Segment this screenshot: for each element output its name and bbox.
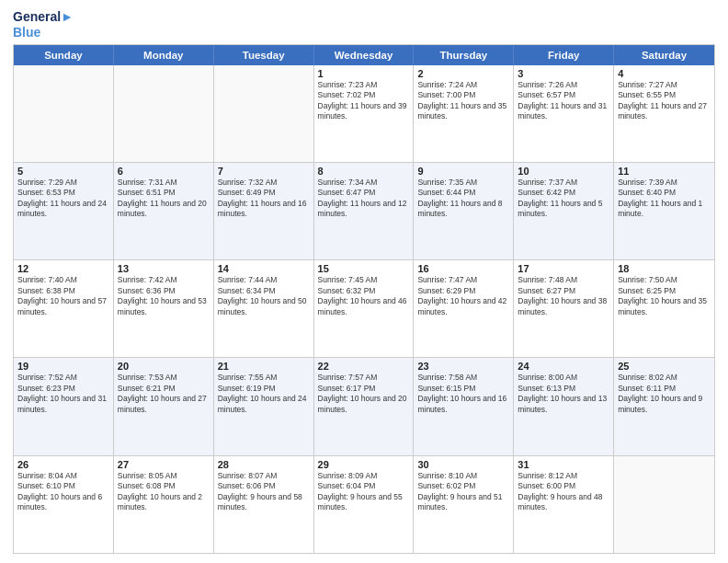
day-number: 6 (118, 166, 210, 177)
day-info: Sunrise: 7:35 AM Sunset: 6:44 PM Dayligh… (417, 178, 509, 220)
day-info: Sunrise: 7:42 AM Sunset: 6:36 PM Dayligh… (118, 275, 210, 317)
logo-text: General► Blue (13, 9, 74, 40)
day-info: Sunrise: 7:44 AM Sunset: 6:34 PM Dayligh… (218, 275, 310, 317)
calendar-body: 1Sunrise: 7:23 AM Sunset: 7:02 PM Daylig… (14, 65, 714, 553)
day-info: Sunrise: 8:09 AM Sunset: 6:04 PM Dayligh… (318, 471, 410, 513)
day-info: Sunrise: 7:47 AM Sunset: 6:29 PM Dayligh… (417, 275, 509, 317)
day-cell-21: 21Sunrise: 7:55 AM Sunset: 6:19 PM Dayli… (214, 358, 314, 454)
day-number: 13 (118, 263, 210, 274)
day-number: 18 (618, 263, 711, 274)
day-info: Sunrise: 7:32 AM Sunset: 6:49 PM Dayligh… (218, 178, 310, 220)
day-info: Sunrise: 7:31 AM Sunset: 6:51 PM Dayligh… (118, 178, 210, 220)
day-cell-empty-w4d6 (614, 456, 714, 553)
day-cell-18: 18Sunrise: 7:50 AM Sunset: 6:25 PM Dayli… (614, 260, 714, 357)
day-number: 5 (17, 166, 109, 177)
day-info: Sunrise: 7:53 AM Sunset: 6:21 PM Dayligh… (118, 373, 210, 415)
day-number: 30 (417, 459, 509, 470)
day-number: 9 (417, 166, 509, 177)
day-number: 17 (518, 263, 609, 274)
day-header-thursday: Thursday (414, 45, 514, 65)
day-info: Sunrise: 7:39 AM Sunset: 6:40 PM Dayligh… (618, 178, 711, 220)
day-cell-12: 12Sunrise: 7:40 AM Sunset: 6:38 PM Dayli… (14, 260, 114, 357)
day-cell-empty-w0d1 (114, 65, 214, 162)
day-cell-19: 19Sunrise: 7:52 AM Sunset: 6:23 PM Dayli… (14, 358, 114, 454)
day-cell-1: 1Sunrise: 7:23 AM Sunset: 7:02 PM Daylig… (314, 65, 415, 162)
week-row-4: 19Sunrise: 7:52 AM Sunset: 6:23 PM Dayli… (14, 358, 714, 455)
day-info: Sunrise: 7:50 AM Sunset: 6:25 PM Dayligh… (618, 275, 711, 317)
day-cell-5: 5Sunrise: 7:29 AM Sunset: 6:53 PM Daylig… (14, 163, 114, 259)
day-info: Sunrise: 8:02 AM Sunset: 6:11 PM Dayligh… (618, 373, 711, 415)
day-number: 26 (17, 459, 109, 470)
day-cell-14: 14Sunrise: 7:44 AM Sunset: 6:34 PM Dayli… (214, 260, 314, 357)
day-number: 3 (518, 68, 609, 79)
day-cell-empty-w0d2 (214, 65, 314, 162)
page-header: General► Blue (13, 9, 715, 40)
day-header-wednesday: Wednesday (314, 45, 415, 65)
day-cell-26: 26Sunrise: 8:04 AM Sunset: 6:10 PM Dayli… (14, 456, 114, 553)
day-info: Sunrise: 7:55 AM Sunset: 6:19 PM Dayligh… (218, 373, 310, 415)
week-row-1: 1Sunrise: 7:23 AM Sunset: 7:02 PM Daylig… (14, 65, 714, 163)
day-number: 10 (518, 166, 609, 177)
day-cell-6: 6Sunrise: 7:31 AM Sunset: 6:51 PM Daylig… (114, 163, 214, 259)
day-info: Sunrise: 7:57 AM Sunset: 6:17 PM Dayligh… (318, 373, 410, 415)
day-number: 24 (518, 361, 609, 372)
day-info: Sunrise: 7:37 AM Sunset: 6:42 PM Dayligh… (518, 178, 609, 220)
day-cell-4: 4Sunrise: 7:27 AM Sunset: 6:55 PM Daylig… (614, 65, 714, 162)
day-number: 27 (118, 459, 210, 470)
day-info: Sunrise: 7:27 AM Sunset: 6:55 PM Dayligh… (618, 80, 711, 122)
day-cell-29: 29Sunrise: 8:09 AM Sunset: 6:04 PM Dayli… (314, 456, 415, 553)
day-cell-20: 20Sunrise: 7:53 AM Sunset: 6:21 PM Dayli… (114, 358, 214, 454)
day-cell-empty-w0d0 (14, 65, 114, 162)
day-cell-10: 10Sunrise: 7:37 AM Sunset: 6:42 PM Dayli… (514, 163, 614, 259)
day-number: 16 (417, 263, 509, 274)
day-info: Sunrise: 8:00 AM Sunset: 6:13 PM Dayligh… (518, 373, 609, 415)
day-cell-22: 22Sunrise: 7:57 AM Sunset: 6:17 PM Dayli… (314, 358, 415, 454)
day-cell-13: 13Sunrise: 7:42 AM Sunset: 6:36 PM Dayli… (114, 260, 214, 357)
day-info: Sunrise: 7:23 AM Sunset: 7:02 PM Dayligh… (318, 80, 410, 122)
week-row-5: 26Sunrise: 8:04 AM Sunset: 6:10 PM Dayli… (14, 456, 714, 553)
day-info: Sunrise: 7:48 AM Sunset: 6:27 PM Dayligh… (518, 275, 609, 317)
day-info: Sunrise: 7:45 AM Sunset: 6:32 PM Dayligh… (318, 275, 410, 317)
day-number: 31 (518, 459, 609, 470)
day-cell-9: 9Sunrise: 7:35 AM Sunset: 6:44 PM Daylig… (414, 163, 514, 259)
day-info: Sunrise: 7:52 AM Sunset: 6:23 PM Dayligh… (17, 373, 109, 415)
day-number: 22 (318, 361, 410, 372)
day-cell-8: 8Sunrise: 7:34 AM Sunset: 6:47 PM Daylig… (314, 163, 415, 259)
day-cell-7: 7Sunrise: 7:32 AM Sunset: 6:49 PM Daylig… (214, 163, 314, 259)
day-number: 1 (318, 68, 410, 79)
day-info: Sunrise: 7:29 AM Sunset: 6:53 PM Dayligh… (17, 178, 109, 220)
day-cell-16: 16Sunrise: 7:47 AM Sunset: 6:29 PM Dayli… (414, 260, 514, 357)
calendar: SundayMondayTuesdayWednesdayThursdayFrid… (13, 44, 715, 554)
day-number: 11 (618, 166, 711, 177)
day-cell-3: 3Sunrise: 7:26 AM Sunset: 6:57 PM Daylig… (514, 65, 614, 162)
day-header-friday: Friday (514, 45, 614, 65)
day-cell-30: 30Sunrise: 8:10 AM Sunset: 6:02 PM Dayli… (414, 456, 514, 553)
day-header-monday: Monday (114, 45, 214, 65)
day-cell-17: 17Sunrise: 7:48 AM Sunset: 6:27 PM Dayli… (514, 260, 614, 357)
day-number: 15 (318, 263, 410, 274)
day-number: 7 (218, 166, 310, 177)
day-info: Sunrise: 7:26 AM Sunset: 6:57 PM Dayligh… (518, 80, 609, 122)
day-number: 8 (318, 166, 410, 177)
day-number: 21 (218, 361, 310, 372)
logo: General► Blue (13, 9, 74, 40)
day-cell-15: 15Sunrise: 7:45 AM Sunset: 6:32 PM Dayli… (314, 260, 415, 357)
week-row-2: 5Sunrise: 7:29 AM Sunset: 6:53 PM Daylig… (14, 163, 714, 260)
day-header-saturday: Saturday (614, 45, 714, 65)
day-info: Sunrise: 7:40 AM Sunset: 6:38 PM Dayligh… (17, 275, 109, 317)
day-info: Sunrise: 8:12 AM Sunset: 6:00 PM Dayligh… (518, 471, 609, 513)
day-info: Sunrise: 7:58 AM Sunset: 6:15 PM Dayligh… (417, 373, 509, 415)
day-number: 14 (218, 263, 310, 274)
day-info: Sunrise: 8:07 AM Sunset: 6:06 PM Dayligh… (218, 471, 310, 513)
day-cell-27: 27Sunrise: 8:05 AM Sunset: 6:08 PM Dayli… (114, 456, 214, 553)
day-cell-24: 24Sunrise: 8:00 AM Sunset: 6:13 PM Dayli… (514, 358, 614, 454)
day-info: Sunrise: 8:05 AM Sunset: 6:08 PM Dayligh… (118, 471, 210, 513)
day-number: 12 (17, 263, 109, 274)
day-cell-23: 23Sunrise: 7:58 AM Sunset: 6:15 PM Dayli… (414, 358, 514, 454)
day-info: Sunrise: 8:04 AM Sunset: 6:10 PM Dayligh… (17, 471, 109, 513)
day-cell-25: 25Sunrise: 8:02 AM Sunset: 6:11 PM Dayli… (614, 358, 714, 454)
day-number: 28 (218, 459, 310, 470)
day-header-sunday: Sunday (14, 45, 114, 65)
day-cell-31: 31Sunrise: 8:12 AM Sunset: 6:00 PM Dayli… (514, 456, 614, 553)
day-number: 2 (417, 68, 509, 79)
